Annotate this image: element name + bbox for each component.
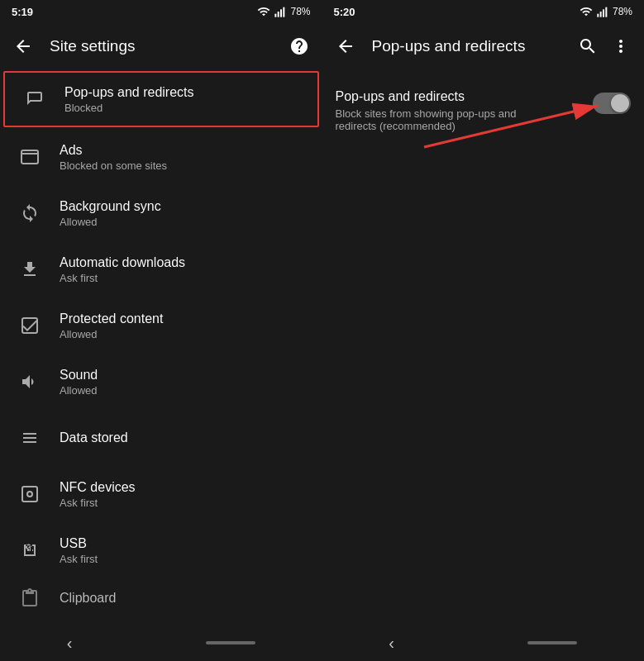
- svg-rect-2: [280, 9, 282, 17]
- protected-content-text: Protected content Allowed: [60, 311, 163, 340]
- settings-item-data-stored[interactable]: Data stored: [0, 410, 322, 466]
- svg-rect-1: [278, 12, 279, 17]
- data-stored-text: Data stored: [60, 430, 128, 445]
- nfc-title: NFC devices: [60, 480, 136, 495]
- popups-subtitle: Blocked: [64, 102, 194, 114]
- usb-icon: [13, 540, 46, 560]
- left-top-bar: Site settings: [0, 23, 322, 69]
- usb-title: USB: [60, 536, 98, 551]
- popups-text: Pop-ups and redirects Blocked: [64, 85, 194, 114]
- popups-title: Pop-ups and redirects: [64, 85, 194, 100]
- settings-item-usb[interactable]: USB Ask first: [0, 522, 322, 578]
- ads-title: Ads: [60, 143, 167, 158]
- signal-icon: [274, 5, 287, 18]
- svg-point-8: [27, 492, 32, 497]
- arrow-area: [336, 139, 632, 155]
- right-status-time: 5:20: [334, 6, 355, 18]
- left-nav-bar: ‹: [0, 625, 322, 661]
- svg-rect-3: [284, 7, 285, 17]
- red-arrow: [399, 89, 631, 155]
- right-nav-bar: ‹: [322, 625, 645, 661]
- left-settings-list: Pop-ups and redirects Blocked Ads Blocke…: [0, 69, 322, 625]
- right-battery-text: 78%: [613, 6, 632, 17]
- settings-item-auto-downloads[interactable]: Automatic downloads Ask first: [0, 241, 322, 297]
- sound-subtitle: Allowed: [60, 384, 98, 397]
- usb-subtitle: Ask first: [60, 553, 98, 565]
- right-nav-indicator: [527, 641, 577, 644]
- svg-rect-12: [605, 7, 607, 17]
- left-screen: 5:19 78% Site settings Pop-ups and redir…: [0, 0, 322, 661]
- sound-title: Sound: [60, 368, 98, 383]
- right-screen: 5:20 78% Pop-ups and redirects Pop-ups a…: [322, 0, 645, 661]
- right-signal-icon: [596, 5, 609, 18]
- right-detail-content: Pop-ups and redirects Block sites from s…: [322, 69, 645, 169]
- left-status-icons: 78%: [257, 5, 310, 18]
- auto-downloads-title: Automatic downloads: [60, 255, 185, 270]
- right-wifi-icon: [580, 5, 593, 18]
- background-sync-subtitle: Allowed: [60, 216, 161, 228]
- svg-rect-9: [597, 14, 599, 17]
- protected-content-title: Protected content: [60, 311, 163, 326]
- left-nav-back[interactable]: ‹: [67, 634, 73, 653]
- protected-icon: [13, 316, 46, 335]
- clipboard-text: Clipboard: [60, 591, 116, 606]
- right-back-button[interactable]: [329, 30, 362, 63]
- svg-rect-6: [22, 318, 37, 333]
- popup-icon: [18, 89, 51, 109]
- auto-downloads-text: Automatic downloads Ask first: [60, 255, 185, 284]
- svg-rect-0: [275, 14, 277, 17]
- wifi-icon: [257, 5, 270, 18]
- usb-text: USB Ask first: [60, 536, 98, 565]
- auto-downloads-subtitle: Ask first: [60, 272, 185, 284]
- left-battery-text: 78%: [290, 6, 310, 17]
- left-status-bar: 5:19 78%: [0, 0, 322, 23]
- background-sync-text: Background sync Allowed: [60, 199, 161, 228]
- settings-item-popups[interactable]: Pop-ups and redirects Blocked: [3, 71, 319, 127]
- sound-text: Sound Allowed: [60, 368, 98, 397]
- settings-item-background-sync[interactable]: Background sync Allowed: [0, 185, 322, 241]
- background-sync-title: Background sync: [60, 199, 161, 214]
- svg-rect-10: [600, 12, 602, 17]
- right-nav-back[interactable]: ‹: [389, 634, 394, 653]
- nfc-icon: [13, 484, 46, 504]
- data-icon: [13, 428, 46, 448]
- nfc-text: NFC devices Ask first: [60, 480, 136, 509]
- right-status-bar: 5:20 78%: [322, 0, 645, 23]
- settings-item-ads[interactable]: Ads Blocked on some sites: [0, 129, 322, 185]
- left-status-time: 5:19: [12, 6, 33, 18]
- svg-rect-7: [22, 487, 37, 502]
- right-page-title: Pop-ups and redirects: [372, 37, 572, 55]
- settings-item-nfc[interactable]: NFC devices Ask first: [0, 466, 322, 522]
- svg-rect-11: [603, 9, 604, 17]
- data-stored-title: Data stored: [60, 430, 128, 445]
- right-status-icons: 78%: [580, 5, 632, 18]
- right-more-button[interactable]: [604, 30, 637, 63]
- left-page-title: Site settings: [50, 37, 283, 55]
- right-top-bar: Pop-ups and redirects: [322, 23, 645, 69]
- ads-icon: [13, 147, 46, 167]
- sound-icon: [13, 372, 46, 392]
- protected-content-subtitle: Allowed: [60, 328, 163, 340]
- ads-text: Ads Blocked on some sites: [60, 143, 167, 172]
- clipboard-icon: [13, 588, 46, 608]
- left-help-button[interactable]: [283, 30, 316, 63]
- svg-rect-4: [21, 150, 38, 164]
- clipboard-title: Clipboard: [60, 591, 116, 606]
- download-icon: [13, 259, 46, 279]
- left-nav-indicator: [206, 641, 255, 644]
- settings-item-clipboard[interactable]: Clipboard: [0, 578, 322, 618]
- ads-subtitle: Blocked on some sites: [60, 159, 167, 172]
- settings-item-sound[interactable]: Sound Allowed: [0, 354, 322, 410]
- settings-item-protected-content[interactable]: Protected content Allowed: [0, 297, 322, 354]
- nfc-subtitle: Ask first: [60, 497, 136, 509]
- sync-icon: [13, 203, 46, 223]
- left-back-button[interactable]: [7, 30, 40, 63]
- right-search-button[interactable]: [571, 30, 604, 63]
